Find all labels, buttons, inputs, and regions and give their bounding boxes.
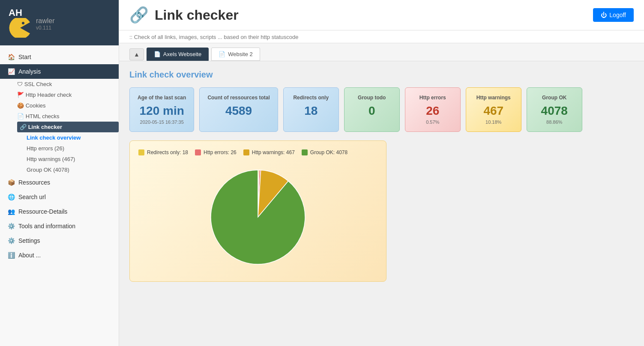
stat-value-6: 4078 — [541, 104, 568, 118]
sidebar-ressource-details-label: Ressource-Details — [18, 208, 67, 215]
sidebar-item-http-errors[interactable]: Http errors (26) — [25, 143, 119, 154]
sidebar-item-http-header[interactable]: 🚩 Http Header check — [17, 89, 119, 100]
sidebar-about-label: About ... — [18, 252, 41, 259]
chart-container — [138, 161, 377, 273]
stat-value-3: 0 — [368, 104, 375, 118]
sidebar-item-tools[interactable]: ⚙️ Tools and information — [0, 219, 119, 233]
stat-card-0: Age of the last scan 120 min 2020-05-15 … — [129, 87, 194, 132]
sidebar-item-settings[interactable]: ⚙️ Settings — [0, 233, 119, 248]
flag-icon: 🚩 — [17, 92, 24, 98]
sidebar-item-analysis[interactable]: 📈 Analysis — [0, 64, 119, 79]
legend-item-1: Http errors: 26 — [195, 149, 237, 155]
sidebar-start-label: Start — [18, 54, 31, 60]
stat-sub-6: 88.86% — [546, 119, 562, 125]
stat-card-6: Group OK 4078 88.86% — [527, 87, 582, 132]
legend-dot-2 — [243, 149, 249, 155]
legend-dot-0 — [138, 149, 144, 155]
power-icon: ⏻ — [601, 12, 607, 18]
legend-label-2: Http warnings: 467 — [252, 149, 295, 155]
legend-item-3: Group OK: 4078 — [302, 149, 347, 155]
tab-icon-1: 📄 — [154, 51, 161, 57]
tab-axels-webseite[interactable]: 📄 Axels Webseite — [147, 48, 209, 61]
sidebar-sub-nav: 🛡 SSL Check 🚩 Http Header check 🍪 Cookie… — [0, 79, 119, 175]
stat-value-5: 467 — [483, 104, 503, 118]
logo-version: v0.111 — [36, 25, 55, 31]
legend-dot-3 — [302, 149, 308, 155]
cookie-icon: 🍪 — [17, 102, 24, 109]
legend-item-0: Redirects only: 18 — [138, 149, 188, 155]
stat-label-1: Count of ressources total — [207, 95, 270, 101]
sidebar-item-html-checks[interactable]: 📄 HTML checks — [17, 111, 119, 122]
main-header: 🔗 Link checker ⏻ Logoff — [119, 0, 644, 30]
analysis-icon: 📈 — [8, 68, 15, 75]
stat-value-1: 4589 — [225, 104, 252, 118]
search-icon: 🌐 — [8, 194, 15, 200]
pie-chart-svg — [202, 161, 314, 273]
logoff-button[interactable]: ⏻ Logoff — [593, 8, 634, 22]
stat-label-0: Age of the last scan — [138, 95, 186, 101]
sidebar-analysis-label: Analysis — [18, 68, 41, 75]
legend-item-2: Http warnings: 467 — [243, 149, 295, 155]
stats-row: Age of the last scan 120 min 2020-05-15 … — [129, 87, 634, 132]
app-logo: AH rawler v0.111 — [0, 0, 119, 45]
sidebar-item-ressources[interactable]: 📦 Ressources — [0, 175, 119, 190]
info-icon: ℹ️ — [8, 252, 15, 259]
stat-value-4: 26 — [426, 104, 439, 118]
sidebar-item-search-url[interactable]: 🌐 Search url — [0, 190, 119, 204]
sidebar-item-ressource-details[interactable]: 👥 Ressource-Details — [0, 204, 119, 219]
sidebar-http-header-label: Http Header check — [26, 92, 72, 98]
tab-label-2: Website 2 — [228, 51, 253, 57]
header-title-row: 🔗 Link checker — [129, 6, 239, 24]
stat-sub-0: 2020-05-15 16:37:35 — [140, 119, 184, 125]
sidebar-item-start[interactable]: 🏠 Start — [0, 50, 119, 64]
pie-segment-3 — [211, 170, 305, 264]
chart-area: Redirects only: 18 Http errors: 26 Http … — [129, 140, 386, 282]
section-title: Link check overview — [129, 70, 634, 80]
tab-label-1: Axels Webseite — [163, 51, 201, 57]
stat-card-5: Http warnings 467 10.18% — [466, 87, 521, 132]
shield-icon: 🛡 — [17, 81, 23, 87]
details-icon: 👥 — [8, 208, 15, 215]
stat-card-4: Http errors 26 0.57% — [405, 87, 461, 132]
tools-icon: ⚙️ — [8, 223, 15, 230]
sidebar-html-label: HTML checks — [26, 113, 60, 119]
sidebar-ressources-label: Ressources — [18, 179, 50, 186]
stat-card-1: Count of ressources total 4589 — [199, 87, 278, 132]
sidebar-link-checker-label: Link checker — [28, 124, 63, 130]
stat-card-2: Redirects only 18 — [283, 87, 339, 132]
legend-label-0: Redirects only: 18 — [147, 149, 188, 155]
sidebar-tools-label: Tools and information — [18, 223, 75, 230]
logo-crawler: rawler — [36, 17, 55, 25]
sidebar-http-errors-label: Http errors (26) — [27, 145, 64, 152]
sidebar-cookies-label: Cookies — [26, 102, 46, 109]
sidebar-item-ssl[interactable]: 🛡 SSL Check — [17, 79, 119, 89]
ressources-icon: 📦 — [8, 179, 15, 186]
sidebar-http-warnings-label: Http warnings (467) — [27, 156, 75, 162]
sidebar-item-http-warnings[interactable]: Http warnings (467) — [25, 154, 119, 164]
svg-point-0 — [22, 22, 24, 24]
sidebar-item-about[interactable]: ℹ️ About ... — [0, 248, 119, 262]
stat-sub-4: 0.57% — [426, 119, 439, 125]
sidebar-item-cookies[interactable]: 🍪 Cookies — [17, 100, 119, 111]
header-link-icon: 🔗 — [129, 6, 149, 24]
sidebar-item-link-check-overview[interactable]: Link check overview — [25, 132, 119, 143]
sidebar: AH rawler v0.111 🏠 Start 📈 Analysis — [0, 0, 119, 346]
content-area: Link check overview Age of the last scan… — [119, 61, 644, 290]
stat-sub-5: 10.18% — [485, 119, 501, 125]
stat-card-3: Group todo 0 — [344, 87, 400, 132]
sidebar-search-url-label: Search url — [18, 194, 46, 200]
stat-label-6: Group OK — [542, 95, 566, 101]
stat-label-4: Http errors — [419, 95, 446, 101]
sidebar-item-group-ok[interactable]: Group OK (4078) — [25, 164, 119, 175]
sidebar-ssl-label: SSL Check — [24, 81, 52, 87]
link-icon: 🔗 — [20, 124, 27, 130]
logo-ah: AH — [9, 8, 32, 18]
sidebar-overview-label: Link check overview — [27, 134, 81, 141]
tab-up-button[interactable]: ▲ — [129, 48, 144, 60]
tab-icon-2: 📄 — [219, 51, 225, 57]
page-title: Link checker — [155, 7, 239, 23]
sidebar-item-link-checker[interactable]: 🔗 Link checker — [17, 122, 119, 132]
tab-website2[interactable]: 📄 Website 2 — [211, 48, 260, 61]
sidebar-settings-label: Settings — [18, 237, 40, 244]
legend-label-3: Group OK: 4078 — [310, 149, 347, 155]
